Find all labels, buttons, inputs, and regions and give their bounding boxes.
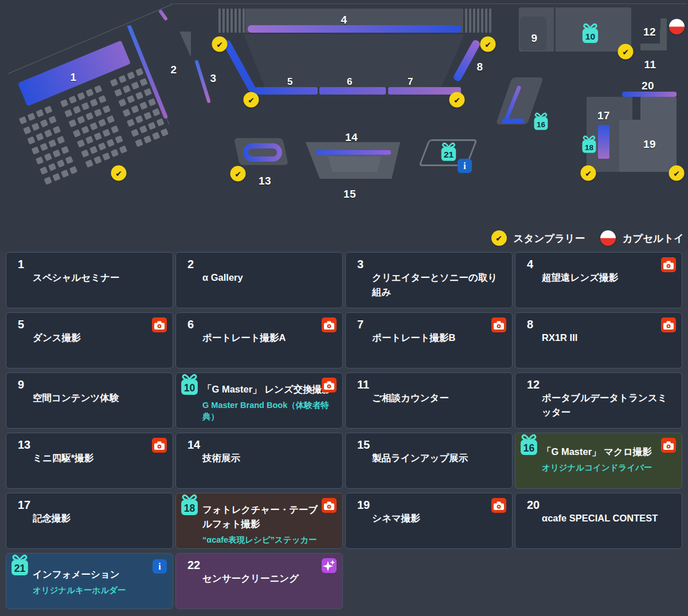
stamp-check-badge: ✔	[581, 166, 596, 181]
legend-capsule-toy-label: カプセルトイ	[623, 232, 684, 245]
booth-label: 製品ラインアップ展示	[372, 451, 505, 465]
booth-label: ご相談カウンター	[372, 391, 505, 405]
gift-icon: 18	[179, 494, 200, 516]
gift-icon-16: 16	[533, 112, 549, 131]
map-bar-16	[502, 119, 524, 123]
camera-icon	[152, 438, 167, 453]
map-label-3: 3	[210, 72, 216, 85]
booth-card-1: 1 スペシャルセミナー	[6, 252, 173, 308]
booth-label: 「G Master」 レンズ交換撮影	[202, 382, 335, 397]
booth-label: ポートレート撮影B	[372, 331, 505, 345]
camera-icon	[491, 317, 506, 332]
stamp-check-badge: ✔	[449, 92, 465, 108]
stamp-check-badge: ✔	[669, 166, 685, 181]
booth-bonus-label: “αcafe表現レシピ”ステッカー	[202, 534, 325, 546]
booth-number: 7	[357, 318, 363, 331]
booth-card-14: 14 技術展示	[175, 433, 343, 489]
booth-label: ポートレート撮影A	[202, 331, 335, 345]
svg-text:16: 16	[537, 120, 546, 129]
map-strip-20	[622, 92, 677, 97]
camera-icon	[661, 317, 676, 332]
gift-icon: 10	[179, 374, 200, 396]
booth-card-13: 13 ミニ四駆*撮影	[6, 433, 173, 489]
gift-icon: 21	[10, 554, 30, 576]
map-area-14-15-inner	[325, 156, 384, 172]
booth-bonus-label: オリジナルキーホルダー	[33, 584, 166, 596]
map-legend: ✔ スタンプラリー カプセルトイ	[491, 230, 684, 246]
map-label-14: 14	[345, 131, 358, 144]
booth-card-22: 22 センサークリーニング	[175, 553, 343, 609]
booth-card-3: 3 クリエイターとソニーの取り組み	[345, 252, 513, 308]
map-strip-6	[319, 87, 386, 95]
gift-icon-10: 10	[581, 23, 600, 44]
svg-text:10: 10	[184, 382, 195, 394]
wall-hatch-right	[463, 9, 492, 33]
map-label-15: 15	[343, 188, 356, 201]
svg-text:18: 18	[184, 503, 196, 514]
gift-icon-21: 21	[440, 142, 458, 162]
stamp-check-badge: ✔	[230, 166, 246, 182]
stamp-check-icon: ✔	[491, 230, 507, 246]
booth-number: 12	[527, 378, 540, 391]
booth-label: ポータブルデータトランスミッター	[542, 391, 675, 419]
booth-card-18: 18 フォトレクチャー・テーブルフォト撮影 “αcafe表現レシピ”ステッカー	[175, 493, 343, 549]
camera-icon	[322, 498, 337, 513]
map-area-19b	[640, 97, 677, 122]
svg-text:18: 18	[585, 143, 594, 152]
booth-number: 11	[357, 378, 369, 391]
booth-number: 5	[18, 318, 24, 331]
map-label-4: 4	[341, 14, 347, 26]
venue-wall-line	[170, 3, 687, 4]
booth-card-20: 20 αcafe SPECIAL CONTEST	[515, 493, 682, 549]
map-label-17: 17	[597, 109, 610, 122]
map-center-area	[244, 34, 464, 87]
booth-number: 22	[187, 559, 200, 572]
map-strip-5	[254, 87, 318, 95]
booth-label: 記念撮影	[33, 511, 166, 525]
capsule-toy-icon	[600, 230, 616, 246]
stamp-check-badge: ✔	[618, 44, 634, 60]
svg-text:21: 21	[444, 150, 454, 159]
stamp-check-badge: ✔	[111, 166, 127, 181]
booth-label: スペシャルセミナー	[33, 270, 166, 285]
map-label-13: 13	[259, 175, 271, 187]
camera-icon	[322, 378, 337, 393]
capsule-toy-icon-map	[669, 19, 685, 34]
booth-card-21: 21 i インフォメーション オリジナルキーホルダー	[6, 553, 173, 609]
map-strip-3	[194, 60, 211, 103]
booth-label: 「G Master」 マクロ撮影	[542, 445, 675, 459]
booth-label: センサークリーニング	[202, 571, 335, 586]
booth-label: 超望遠レンズ撮影	[542, 270, 675, 285]
booth-number: 17	[18, 499, 30, 512]
map-label-19: 19	[643, 138, 656, 151]
booth-label: シネマ撮影	[372, 511, 505, 525]
booth-label: 技術展示	[202, 451, 335, 465]
booth-number: 20	[527, 499, 540, 512]
map-wedge	[179, 32, 191, 57]
map-area-11b	[660, 29, 667, 50]
booth-card-4: 4 超望遠レンズ撮影	[515, 252, 682, 308]
camera-icon	[152, 317, 167, 332]
booth-label: 空間コンテンツ体験	[33, 391, 166, 405]
camera-icon	[322, 317, 337, 332]
svg-text:16: 16	[523, 442, 535, 454]
booth-label: クリエイターとソニーの取り組み	[372, 270, 505, 299]
booth-label: α Gallery	[202, 270, 335, 285]
empty-grid-slot	[515, 553, 682, 609]
info-icon: i	[153, 559, 167, 574]
map-label-5: 5	[287, 76, 293, 88]
map-strip-2b	[158, 9, 168, 21]
wall-hatch-left	[217, 9, 245, 33]
booth-card-11: 11 ご相談カウンター	[345, 372, 513, 429]
map-area-9-10-divider	[554, 7, 556, 52]
map-label-9: 9	[531, 32, 537, 45]
booth-number: 3	[357, 258, 363, 271]
legend-stamp-rally-label: スタンプラリー	[514, 232, 585, 245]
booth-number: 14	[187, 438, 200, 452]
booth-number: 9	[18, 378, 24, 391]
map-label-1: 1	[70, 71, 76, 84]
map-ring-13	[243, 143, 282, 162]
map-label-8: 8	[476, 61, 483, 73]
booth-number: 1	[18, 258, 24, 271]
booth-label: RX1R III	[542, 331, 675, 345]
